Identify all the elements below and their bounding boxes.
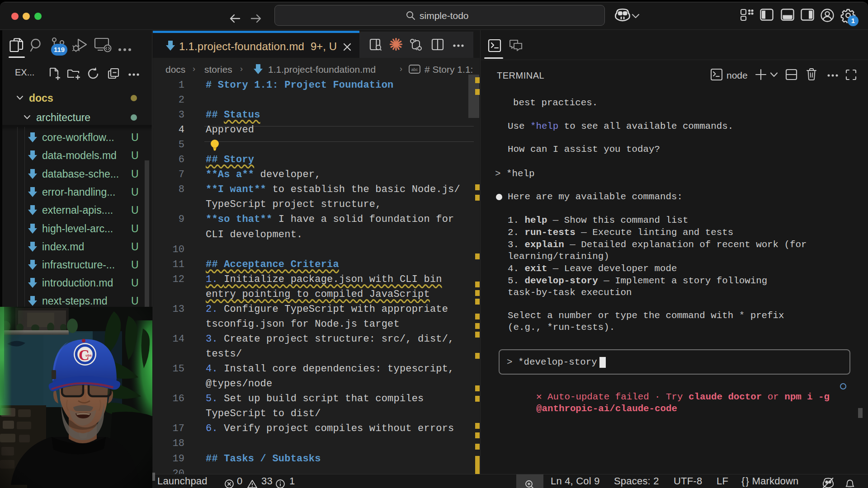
svg-text:abc: abc [411, 67, 418, 72]
